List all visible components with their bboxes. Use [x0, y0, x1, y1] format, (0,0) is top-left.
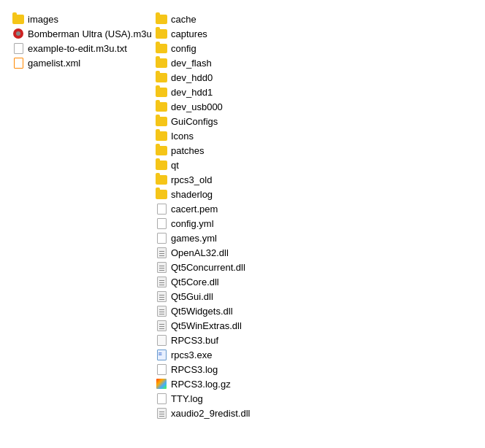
yml-icon — [155, 232, 168, 244]
file-label: Qt5Concurrent.dll — [171, 262, 245, 273]
file-item-games-yml[interactable]: games.yml — [152, 231, 485, 245]
file-item-captures[interactable]: captures — [152, 26, 485, 41]
folder-icon — [155, 28, 168, 39]
dll-icon — [155, 407, 168, 419]
file-item-tty-log[interactable]: TTY.log — [152, 391, 485, 406]
file-label: Qt5Core.dll — [171, 277, 219, 287]
file-item-rpcs3-log[interactable]: RPCS3.log — [152, 362, 485, 376]
file-label: TTY.log — [171, 393, 203, 404]
file-item-dev_usb000[interactable]: dev_usb000 — [152, 99, 485, 114]
file-label: example-to-edit.m3u.txt — [28, 43, 127, 54]
folder-icon — [155, 86, 168, 98]
dll-icon — [155, 305, 168, 317]
file-label: config — [171, 43, 196, 54]
gz-icon — [155, 378, 168, 390]
file-item-rpcs3-buf[interactable]: RPCS3.buf — [152, 333, 485, 347]
m3u-icon — [12, 28, 25, 39]
file-item-qt5core-dll[interactable]: Qt5Core.dll — [152, 274, 485, 289]
file-item-example-txt[interactable]: example-to-edit.m3u.txt — [9, 41, 146, 55]
dll-icon — [155, 320, 168, 331]
file-item-qt5concurrent-dll[interactable]: Qt5Concurrent.dll — [152, 260, 485, 274]
file-label: gamelist.xml — [28, 58, 80, 69]
file-label: Bomberman Ultra (USA).m3u — [28, 28, 152, 39]
file-label: Qt5Gui.dll — [171, 291, 213, 302]
folder-icon — [155, 101, 168, 112]
file-label: rpcs3.exe — [171, 349, 212, 360]
folder-icon — [155, 188, 168, 200]
file-label: GuiConfigs — [171, 116, 218, 127]
file-item-rpcs3-exe[interactable]: rpcs3.exe — [152, 347, 485, 362]
file-label: games.yml — [171, 233, 217, 244]
dll-icon — [155, 247, 168, 258]
folder-icon — [155, 159, 168, 171]
file-label: captures — [171, 28, 207, 39]
file-item-icons[interactable]: Icons — [152, 128, 485, 143]
folder-icon — [155, 57, 168, 69]
folder-icon — [155, 13, 168, 25]
file-item-qt5winextras-dll[interactable]: Qt5WinExtras.dll — [152, 318, 485, 333]
folder-icon — [155, 130, 168, 142]
file-item-openal32-dll[interactable]: OpenAL32.dll — [152, 245, 485, 260]
pem-icon — [155, 203, 168, 215]
file-item-dev_hdd1[interactable]: dev_hdd1 — [152, 85, 485, 99]
file-label: RPCS3.buf — [171, 335, 218, 346]
file-label: dev_hdd0 — [171, 72, 213, 83]
file-item-gamelist-xml[interactable]: gamelist.xml — [9, 55, 146, 70]
folder-icon — [12, 13, 25, 25]
file-item-guiconfigs[interactable]: GuiConfigs — [152, 114, 485, 128]
file-item-qt[interactable]: qt — [152, 158, 485, 172]
file-item-images[interactable]: images — [9, 12, 146, 26]
file-label: xaudio2_9redist.dll — [171, 408, 250, 419]
log-icon — [155, 363, 168, 375]
file-label: shaderlog — [171, 189, 213, 200]
file-item-qt5widgets-dll[interactable]: Qt5Widgets.dll — [152, 304, 485, 318]
folder-icon — [155, 72, 168, 83]
file-item-config[interactable]: config — [152, 41, 485, 55]
dll-icon — [155, 276, 168, 287]
file-item-cache[interactable]: cache — [152, 12, 485, 26]
dll-icon — [155, 290, 168, 302]
log-icon — [155, 393, 168, 404]
left-panel: imagesBomberman Ultra (USA).m3uexample-t… — [0, 6, 146, 426]
buf-icon — [155, 334, 168, 346]
file-item-shaderlog[interactable]: shaderlog — [152, 187, 485, 201]
file-item-rpcs3_old[interactable]: rpcs3_old — [152, 172, 485, 187]
file-label: Icons — [171, 131, 194, 142]
yml-icon — [155, 217, 168, 229]
file-label: cache — [171, 14, 196, 25]
file-item-dev_flash[interactable]: dev_flash — [152, 55, 485, 70]
file-item-xaudio2-dll[interactable]: xaudio2_9redist.dll — [152, 406, 485, 420]
file-item-cacert-pem[interactable]: cacert.pem — [152, 201, 485, 216]
file-label: dev_hdd1 — [171, 87, 213, 98]
file-item-bomberman-m3u[interactable]: Bomberman Ultra (USA).m3u — [9, 26, 146, 41]
file-label: RPCS3.log.gz — [171, 379, 231, 390]
file-label: patches — [171, 145, 205, 156]
right-panel: cachecapturesconfigdev_flashdev_hdd0dev_… — [146, 6, 485, 426]
txt-icon — [12, 42, 25, 54]
folder-icon — [155, 115, 168, 127]
file-label: Qt5Widgets.dll — [171, 306, 233, 317]
file-label: rpcs3_old — [171, 174, 212, 185]
file-item-qt5gui-dll[interactable]: Qt5Gui.dll — [152, 289, 485, 304]
folder-icon — [155, 174, 168, 185]
dll-icon — [155, 261, 168, 273]
file-item-rpcs3-log-gz[interactable]: RPCS3.log.gz — [152, 376, 485, 391]
file-item-dev_hdd0[interactable]: dev_hdd0 — [152, 70, 485, 85]
folder-icon — [155, 42, 168, 54]
folder-icon — [155, 144, 168, 156]
file-item-patches[interactable]: patches — [152, 143, 485, 158]
file-explorer: imagesBomberman Ultra (USA).m3uexample-t… — [0, 0, 485, 432]
file-item-config-yml[interactable]: config.yml — [152, 216, 485, 231]
file-label: Qt5WinExtras.dll — [171, 320, 242, 331]
file-label: dev_usb000 — [171, 101, 223, 112]
xml-icon — [12, 57, 25, 69]
file-label: dev_flash — [171, 58, 212, 69]
file-label: OpenAL32.dll — [171, 247, 229, 258]
file-label: config.yml — [171, 218, 214, 229]
file-label: images — [28, 14, 58, 25]
exe-icon — [155, 349, 168, 360]
file-label: qt — [171, 160, 179, 171]
file-label: cacert.pem — [171, 204, 218, 215]
file-label: RPCS3.log — [171, 364, 218, 375]
